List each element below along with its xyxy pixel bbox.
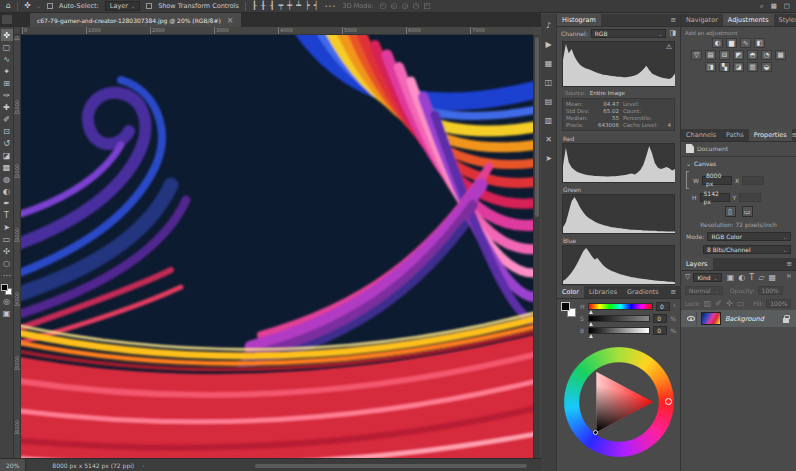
lock-artboard-icon[interactable]: ▭ <box>737 300 745 308</box>
foreground-color-swatch[interactable] <box>1 284 8 291</box>
blend-mode-dropdown[interactable]: Normal ⌄ <box>685 286 723 295</box>
zoom-tool[interactable]: ○ <box>1 257 13 269</box>
color-lookup-icon[interactable]: ▦ <box>775 50 786 60</box>
move-tool[interactable]: ✜ <box>1 29 13 41</box>
panel-menu-icon[interactable]: ≡ <box>792 131 796 141</box>
s-value-field[interactable]: 0 <box>653 314 667 323</box>
brush-tool[interactable]: ✐ <box>1 113 13 125</box>
healing-brush-tool[interactable]: ✚ <box>1 101 13 113</box>
info-panel-icon[interactable]: ▥ <box>543 114 555 126</box>
lasso-tool[interactable]: ∿ <box>1 53 13 65</box>
tab-libraries[interactable]: Libraries <box>584 286 622 298</box>
history-brush-tool[interactable]: ↺ <box>1 137 13 149</box>
h-value-field[interactable]: 0 <box>656 302 670 311</box>
hue-marker[interactable] <box>665 398 672 405</box>
align-middle-icon[interactable]: ┿ <box>287 2 292 10</box>
search-icon[interactable]: ⌕ <box>760 2 764 10</box>
align-left-icon[interactable]: ┠ <box>252 2 257 10</box>
dodge-tool[interactable]: ◐ <box>1 185 13 197</box>
gradient-tool[interactable]: ▩ <box>1 161 13 173</box>
filter-smart-object-icon[interactable]: ▦ <box>768 274 776 282</box>
lock-transparency-icon[interactable]: ▨ <box>704 300 712 308</box>
tab-histogram[interactable]: Histogram <box>557 14 601 26</box>
panel-menu-icon[interactable]: ≡ <box>670 288 680 298</box>
workspace-icon[interactable]: ▦ <box>771 2 777 10</box>
slider-knob[interactable] <box>589 334 593 338</box>
exposure-icon[interactable]: ◧ <box>754 38 765 48</box>
photo-filter-icon[interactable]: ◓ <box>747 50 758 60</box>
invert-icon[interactable]: ◨ <box>705 62 716 72</box>
path-selection-tool[interactable]: ➤ <box>1 221 13 233</box>
align-center-h-icon[interactable]: ╂ <box>261 2 266 10</box>
distribute-h-icon[interactable]: ┝ <box>305 2 310 10</box>
filter-shape-icon[interactable]: ▱ <box>758 274 764 282</box>
3d-pan-icon[interactable]: ◶ <box>402 2 409 10</box>
color-mode-dropdown[interactable]: RGB Color ⌄ <box>707 232 791 241</box>
warning-icon[interactable]: ⚠ <box>666 43 672 51</box>
filter-toggle-icon[interactable]: ⚑ <box>786 274 792 281</box>
3d-orbit-icon[interactable]: ◴ <box>380 2 387 10</box>
blur-tool[interactable]: ◍ <box>1 173 13 185</box>
b-slider[interactable] <box>588 327 650 334</box>
tab-color[interactable]: Color <box>557 286 584 298</box>
orientation-portrait-button[interactable]: ▯ <box>725 206 736 217</box>
status-chevron-icon[interactable]: › <box>142 462 144 469</box>
filter-image-icon[interactable]: ▣ <box>727 274 735 282</box>
levels-icon[interactable]: ▆ <box>726 38 737 48</box>
swatches-panel-icon[interactable]: ▦ <box>543 57 555 69</box>
orientation-landscape-button[interactable]: ▭ <box>742 206 753 217</box>
eraser-tool[interactable]: ◪ <box>1 149 13 161</box>
rectangle-tool[interactable]: ▭ <box>1 233 13 245</box>
lock-image-icon[interactable]: ✐ <box>715 300 722 308</box>
tab-adjustments[interactable]: Adjustments <box>723 14 774 26</box>
filter-adjustment-icon[interactable]: ◐ <box>738 274 745 282</box>
more-options-icon[interactable]: ••• <box>325 3 337 9</box>
hue-saturation-icon[interactable]: ▤ <box>705 50 716 60</box>
width-field[interactable]: 8000 px <box>702 176 732 185</box>
channel-mixer-icon[interactable]: ◔ <box>761 50 772 60</box>
panel-menu-icon[interactable]: ≡ <box>786 260 796 270</box>
close-panel-icon[interactable]: ✕ <box>543 133 555 145</box>
quick-mask-button[interactable]: ◎ <box>1 295 13 307</box>
sv-marker[interactable] <box>593 430 598 435</box>
channel-dropdown[interactable]: RGB ⌄ <box>591 29 667 38</box>
align-top-icon[interactable]: ┯ <box>279 2 284 10</box>
3d-scale-icon[interactable]: ◰ <box>424 2 432 10</box>
opacity-field[interactable]: 100% <box>758 286 783 295</box>
chevron-down-icon[interactable]: ⌄ <box>37 3 41 9</box>
crop-tool[interactable]: ⊞ <box>1 77 13 89</box>
layer-thumbnail[interactable] <box>701 312 721 325</box>
arrange-icon[interactable]: ▢ <box>784 2 790 10</box>
more-tools-icon[interactable]: ⋯ <box>1 269 13 281</box>
slider-knob[interactable] <box>589 322 593 326</box>
posterize-icon[interactable]: ▚ <box>719 62 730 72</box>
link-dimensions-icon[interactable] <box>686 171 689 189</box>
paragraph-panel-icon[interactable]: ▤ <box>543 95 555 107</box>
source-value[interactable]: Entire Image <box>590 90 625 96</box>
slider-knob[interactable] <box>589 310 593 314</box>
eyedropper-tool[interactable]: ✑ <box>1 89 13 101</box>
move-tool-icon[interactable]: ✜ <box>24 2 31 10</box>
b-value-field[interactable]: 0 <box>653 326 667 335</box>
close-icon[interactable]: × <box>227 16 234 25</box>
gradient-map-icon[interactable]: ▥ <box>747 62 758 72</box>
actions-panel-icon[interactable]: ▶ <box>543 38 555 50</box>
s-slider[interactable] <box>588 315 650 322</box>
black-white-icon[interactable]: ◩ <box>733 50 744 60</box>
dock-toggle-icon[interactable] <box>2 15 12 24</box>
align-right-icon[interactable]: ┨ <box>270 2 275 10</box>
tool-preset-panel-icon[interactable]: ➤ <box>543 152 555 164</box>
3d-slide-icon[interactable]: ◷ <box>413 2 420 10</box>
brightness-contrast-icon[interactable]: ◐ <box>712 38 723 48</box>
show-transform-checkbox[interactable] <box>146 3 152 9</box>
filter-type-icon[interactable]: T <box>749 274 754 282</box>
bit-depth-dropdown[interactable]: 8 Bits/Channel ⌄ <box>703 245 791 254</box>
hand-tool[interactable]: ✣ <box>1 245 13 257</box>
pen-tool[interactable]: ✒ <box>1 197 13 209</box>
vertical-scrollbar-thumb[interactable] <box>535 37 539 217</box>
tab-styles[interactable]: Styles <box>774 14 796 26</box>
marquee-tool[interactable]: ▢ <box>1 41 13 53</box>
uncollapsed-view-icon[interactable]: ◨ <box>669 30 676 37</box>
height-field[interactable]: 5142 px <box>700 193 730 202</box>
horizontal-scrollbar-thumb[interactable] <box>255 464 527 468</box>
